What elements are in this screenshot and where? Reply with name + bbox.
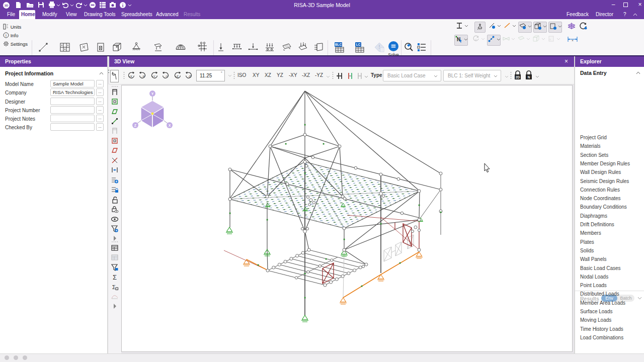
- designer-input[interactable]: [50, 98, 95, 105]
- views-dropdown-icon[interactable]: [326, 75, 330, 78]
- strip-filter-icon[interactable]: [111, 225, 119, 233]
- view-minus-yz-button[interactable]: -YZ: [315, 72, 323, 78]
- ribbon-settings-button[interactable]: Settings: [3, 40, 28, 48]
- strip-unselect-polygon-icon[interactable]: [111, 146, 119, 154]
- explorer-item-section-sets[interactable]: Section Sets: [580, 152, 608, 158]
- explorer-item-connection-rules[interactable]: Connection Rules: [580, 187, 620, 193]
- qv-refresh-button[interactable]: [579, 22, 588, 33]
- qv-member-rendered-button[interactable]: [487, 35, 501, 46]
- qv-diaphragms-button[interactable]: [567, 22, 576, 33]
- explorer-item-materials[interactable]: Materials: [580, 143, 601, 149]
- data-entry-collapse-icon[interactable]: [636, 71, 640, 74]
- qv-member-view-button[interactable]: [488, 22, 502, 33]
- view-xz-button[interactable]: XZ: [265, 72, 271, 78]
- view-xy-button[interactable]: XY: [253, 72, 259, 78]
- lock-n-button[interactable]: N: [524, 70, 533, 81]
- results-expand-icon[interactable]: [637, 297, 642, 300]
- qv-solids-contour-button[interactable]: [532, 35, 546, 46]
- strip-expand2-icon[interactable]: [111, 302, 119, 310]
- project-number-input[interactable]: [50, 106, 95, 114]
- explorer-item-time-history-loads[interactable]: Time History Loads: [580, 326, 623, 332]
- ribbon-units-button[interactable]: Units: [3, 23, 21, 31]
- rotate-plus-y-button[interactable]: +Y: [149, 71, 159, 80]
- explorer-item-boundary-conditions[interactable]: Boundary Conditions: [580, 204, 627, 210]
- qv-walls-view-button[interactable]: [548, 22, 562, 33]
- view-minus-xy-button[interactable]: -XY: [289, 72, 297, 78]
- strip-sum-selected-icon[interactable]: Σ: [111, 283, 119, 291]
- view-settings-wrench-button[interactable]: [110, 70, 119, 82]
- maximize-button[interactable]: [623, 3, 628, 7]
- orientation-cube[interactable]: Y Z X: [132, 90, 173, 128]
- strip-spreadsheet2-icon[interactable]: [111, 253, 119, 261]
- case-dropdown-icon[interactable]: [505, 75, 509, 78]
- explorer-item-wall-panels[interactable]: Wall Panels: [580, 256, 606, 262]
- loads-display-color-icon[interactable]: [347, 71, 354, 80]
- strip-unselect-box-icon[interactable]: [111, 137, 119, 145]
- checked-by-input[interactable]: [50, 123, 95, 131]
- project-notes-more-button[interactable]: ...: [96, 115, 104, 122]
- ribbon-info-button[interactable]: i Info: [3, 32, 19, 39]
- qv-deflected-button[interactable]: [502, 35, 516, 46]
- view-minus-xz-button[interactable]: -XZ: [302, 72, 310, 78]
- explorer-item-surface-loads[interactable]: Surface Loads: [580, 309, 613, 314]
- rotate-plus-x-button[interactable]: +X: [126, 71, 136, 80]
- strip-unselect-line-icon[interactable]: [111, 156, 119, 164]
- loads-dropdown-icon[interactable]: [364, 75, 368, 78]
- menu-director[interactable]: Director: [594, 10, 615, 19]
- rotate-minus-x-button[interactable]: -X: [138, 71, 147, 80]
- lock-2d-button[interactable]: 2D: [513, 70, 522, 81]
- qv-plates-view-button[interactable]: [518, 22, 532, 33]
- explorer-item-drift-definitions[interactable]: Drift Definitions: [580, 222, 614, 227]
- strip-select-lasso-icon[interactable]: [111, 127, 119, 135]
- strip-spreadsheet-icon[interactable]: [111, 244, 119, 252]
- explorer-item-solids[interactable]: Solids: [580, 248, 594, 253]
- strip-selection-criteria-icon[interactable]: [111, 176, 119, 184]
- menu-file[interactable]: File: [5, 10, 17, 19]
- explorer-item-members[interactable]: Members: [580, 230, 601, 236]
- strip-unlock-icon[interactable]: [111, 196, 119, 204]
- strip-lock-selection-icon[interactable]: [111, 186, 119, 194]
- menu-feedback[interactable]: Feedback: [565, 10, 591, 19]
- explorer-item-diaphragms[interactable]: Diaphragms: [580, 213, 607, 219]
- strip-invert-selection-icon[interactable]: [111, 166, 119, 174]
- rotate-angle-input[interactable]: 11.25 °: [196, 70, 225, 81]
- explorer-item-nodal-loads[interactable]: Nodal Loads: [580, 274, 608, 280]
- explorer-item-node-coordinates[interactable]: Node Coordinates: [580, 196, 621, 201]
- designer-more-button[interactable]: ...: [96, 98, 104, 105]
- qv-plates-contour-button[interactable]: [517, 35, 531, 46]
- menu-home[interactable]: Home: [19, 10, 35, 19]
- rotate-dropdown-icon[interactable]: [228, 74, 232, 77]
- strip-select-all-icon[interactable]: [111, 88, 119, 96]
- qv-solids-view-button[interactable]: [533, 22, 547, 33]
- company-more-button[interactable]: ...: [96, 88, 104, 96]
- rotate-minus-z-button[interactable]: -Z: [184, 71, 194, 80]
- close-button[interactable]: ×: [635, 0, 644, 10]
- view-yz-button[interactable]: YZ: [277, 72, 283, 78]
- menu-modify[interactable]: Modify: [40, 10, 59, 19]
- menu-drawing-tools[interactable]: Drawing Tools: [82, 10, 118, 19]
- strip-diagram-icon[interactable]: [111, 293, 119, 301]
- explorer-item-moving-loads[interactable]: Moving Loads: [580, 317, 611, 323]
- checked-by-more-button[interactable]: ...: [96, 123, 104, 131]
- explorer-item-point-loads[interactable]: Point Loads: [580, 283, 607, 288]
- project-number-more-button[interactable]: ...: [96, 106, 104, 114]
- explorer-item-distributed-loads[interactable]: Distributed Loads: [580, 291, 619, 297]
- project-information-collapse-icon[interactable]: [99, 72, 104, 75]
- menu-help[interactable]: ?: [621, 10, 628, 19]
- explorer-item-member-design-rules[interactable]: Member Design Rules: [580, 161, 630, 166]
- explorer-item-wall-design-rules[interactable]: Wall Design Rules: [580, 169, 621, 175]
- load-case-dropdown[interactable]: BLC 1: Self Weight: [443, 70, 501, 81]
- menu-view[interactable]: View: [64, 10, 79, 19]
- explorer-item-seismic-design-rules[interactable]: Seismic Design Rules: [580, 178, 629, 184]
- loads-display-on-icon[interactable]: [336, 71, 344, 80]
- strip-filter-spreadsheet-icon[interactable]: [111, 263, 119, 272]
- menu-advanced[interactable]: Advanced: [154, 10, 180, 19]
- strip-select-box-icon[interactable]: [111, 98, 119, 106]
- minimize-button[interactable]: –: [609, 0, 618, 10]
- qv-member-color-button[interactable]: [503, 22, 517, 33]
- company-input[interactable]: RISA Technologies: [50, 88, 95, 96]
- explorer-item-member-area-loads[interactable]: Member Area Loads: [580, 300, 625, 306]
- qv-rotate-button[interactable]: [472, 35, 486, 46]
- qv-member-labels-button[interactable]: [455, 22, 469, 33]
- rotate-minus-y-button[interactable]: -Y: [161, 71, 171, 80]
